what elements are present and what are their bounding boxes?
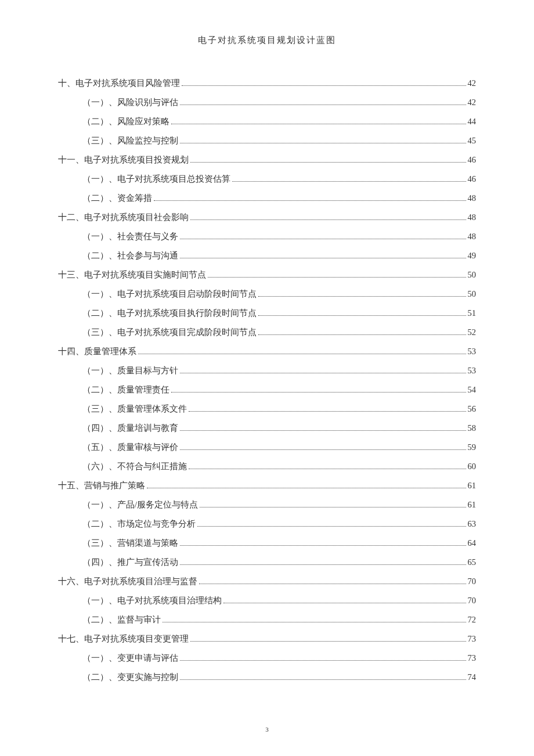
toc-leader-dots: [180, 564, 466, 565]
toc-row: （三）、营销渠道与策略64: [58, 535, 476, 552]
toc-entry-page: 48: [468, 190, 477, 207]
toc-row: 十二、电子对抗系统项目社会影响48: [58, 209, 476, 226]
toc-entry-page: 65: [468, 554, 477, 571]
table-of-contents: 十、电子对抗系统项目风险管理42（一）、风险识别与评估42（二）、风险应对策略4…: [58, 75, 476, 686]
toc-entry-page: 70: [468, 592, 477, 609]
document-page: 电子对抗系统项目规划设计蓝图 十、电子对抗系统项目风险管理42（一）、风险识别与…: [0, 0, 534, 686]
toc-entry-label: （二）、市场定位与竞争分析: [82, 516, 196, 532]
toc-row: （二）、社会参与与沟通49: [58, 247, 476, 264]
toc-row: 十六、电子对抗系统项目治理与监督70: [58, 573, 476, 590]
toc-row: （五）、质量审核与评价59: [58, 439, 476, 456]
toc-entry-label: 十三、电子对抗系统项目实施时间节点: [58, 267, 206, 283]
toc-leader-dots: [190, 219, 466, 220]
toc-row: （一）、电子对抗系统项目启动阶段时间节点50: [58, 286, 476, 303]
toc-entry-page: 42: [468, 75, 477, 92]
toc-leader-dots: [154, 200, 466, 201]
toc-row: 十五、营销与推广策略61: [58, 477, 476, 494]
toc-entry-label: （一）、电子对抗系统项目启动阶段时间节点: [82, 286, 257, 303]
page-header-title: 电子对抗系统项目规划设计蓝图: [58, 35, 476, 46]
toc-entry-page: 46: [468, 152, 477, 168]
toc-entry-label: （二）、电子对抗系统项目执行阶段时间节点: [82, 305, 257, 322]
toc-row: （四）、推广与宣传活动65: [58, 554, 476, 571]
toc-leader-dots: [171, 392, 466, 393]
toc-row: 十七、电子对抗系统项目变更管理73: [58, 631, 476, 647]
toc-entry-label: （五）、质量审核与评价: [82, 439, 178, 456]
toc-entry-page: 60: [468, 458, 477, 475]
toc-leader-dots: [180, 258, 466, 258]
toc-entry-label: （二）、质量管理责任: [82, 381, 169, 398]
toc-entry-label: （二）、资金筹措: [82, 190, 152, 207]
toc-row: （四）、质量培训与教育58: [58, 420, 476, 437]
toc-leader-dots: [199, 584, 466, 584]
toc-entry-page: 45: [468, 132, 477, 149]
toc-entry-label: （一）、变更申请与评估: [82, 650, 178, 667]
toc-entry-label: （四）、质量培训与教育: [82, 420, 178, 437]
toc-entry-label: （二）、变更实施与控制: [82, 669, 178, 686]
toc-row: （三）、电子对抗系统项目完成阶段时间节点52: [58, 324, 476, 341]
toc-entry-page: 58: [468, 420, 477, 437]
toc-entry-page: 73: [468, 650, 477, 667]
toc-entry-label: （三）、质量管理体系文件: [82, 401, 187, 417]
toc-entry-page: 51: [468, 305, 477, 322]
toc-leader-dots: [190, 162, 466, 163]
toc-leader-dots: [200, 507, 466, 507]
toc-entry-page: 53: [468, 343, 477, 360]
toc-entry-page: 59: [468, 439, 477, 456]
toc-leader-dots: [223, 603, 466, 603]
toc-row: （三）、质量管理体系文件56: [58, 401, 476, 417]
toc-leader-dots: [189, 411, 466, 412]
toc-leader-dots: [258, 296, 466, 297]
toc-row: （二）、质量管理责任54: [58, 381, 476, 398]
toc-entry-label: （二）、监督与审计: [82, 611, 161, 628]
toc-entry-label: （二）、风险应对策略: [82, 113, 169, 130]
toc-entry-page: 42: [468, 94, 477, 111]
toc-entry-label: 十七、电子对抗系统项目变更管理: [58, 631, 189, 647]
toc-leader-dots: [189, 469, 466, 469]
toc-entry-label: （三）、营销渠道与策略: [82, 535, 178, 552]
toc-entry-label: 十六、电子对抗系统项目治理与监督: [58, 573, 197, 590]
toc-row: （二）、变更实施与控制74: [58, 669, 476, 686]
toc-leader-dots: [180, 449, 466, 450]
toc-row: （一）、社会责任与义务48: [58, 228, 476, 245]
toc-entry-page: 61: [468, 496, 477, 513]
toc-entry-label: （一）、电子对抗系统项目总投资估算: [82, 171, 230, 188]
toc-entry-page: 56: [468, 401, 477, 417]
toc-entry-label: （一）、质量目标与方针: [82, 362, 178, 379]
toc-entry-label: （四）、推广与宣传活动: [82, 554, 178, 571]
toc-leader-dots: [180, 143, 466, 143]
toc-entry-label: 十四、质量管理体系: [58, 343, 136, 360]
toc-leader-dots: [197, 526, 466, 527]
toc-row: 十三、电子对抗系统项目实施时间节点50: [58, 267, 476, 283]
toc-leader-dots: [180, 430, 466, 431]
toc-leader-dots: [171, 124, 466, 124]
toc-entry-page: 63: [468, 516, 477, 532]
toc-entry-label: 十、电子对抗系统项目风险管理: [58, 75, 180, 92]
toc-entry-page: 64: [468, 535, 477, 552]
toc-entry-label: （一）、社会责任与义务: [82, 228, 178, 245]
page-number: 3: [0, 726, 534, 733]
toc-entry-page: 50: [468, 286, 477, 303]
toc-row: （一）、风险识别与评估42: [58, 94, 476, 111]
toc-row: （一）、变更申请与评估73: [58, 650, 476, 667]
toc-entry-page: 48: [468, 228, 477, 245]
toc-leader-dots: [147, 488, 466, 488]
toc-leader-dots: [163, 622, 466, 622]
toc-leader-dots: [258, 315, 466, 316]
toc-row: （一）、电子对抗系统项目总投资估算46: [58, 171, 476, 188]
toc-entry-label: （一）、风险识别与评估: [82, 94, 178, 111]
toc-leader-dots: [180, 373, 466, 373]
toc-row: （二）、监督与审计72: [58, 611, 476, 628]
toc-leader-dots: [180, 239, 466, 239]
toc-leader-dots: [180, 679, 466, 680]
toc-entry-page: 70: [468, 573, 477, 590]
toc-entry-page: 46: [468, 171, 477, 188]
toc-row: （一）、电子对抗系统项目治理结构70: [58, 592, 476, 609]
toc-leader-dots: [190, 641, 466, 642]
toc-entry-page: 49: [468, 247, 477, 264]
toc-row: （二）、风险应对策略44: [58, 113, 476, 130]
toc-entry-page: 53: [468, 362, 477, 379]
toc-entry-label: （六）、不符合与纠正措施: [82, 458, 187, 475]
toc-leader-dots: [138, 354, 466, 354]
toc-entry-label: （三）、电子对抗系统项目完成阶段时间节点: [82, 324, 257, 341]
toc-entry-page: 50: [468, 267, 477, 283]
